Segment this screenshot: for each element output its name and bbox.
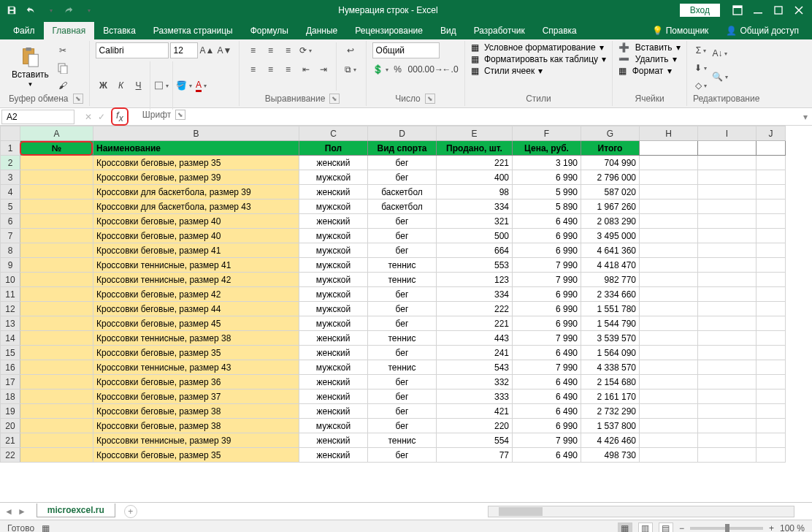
cell-total[interactable]: 2 083 290 — [581, 214, 640, 229]
cell-sold[interactable]: 443 — [437, 331, 513, 346]
fill-color-button[interactable]: 🪣 — [176, 77, 192, 94]
view-page-layout-button[interactable]: ▥ — [638, 522, 653, 533]
sheet-nav-prev[interactable]: ◄ — [4, 506, 13, 517]
cell-name[interactable]: Кроссовки беговые, размер 37 — [93, 390, 299, 404]
cell-sold[interactable]: 500 — [437, 229, 513, 243]
view-normal-button[interactable]: ▦ — [618, 522, 632, 533]
data-row[interactable]: 3 Кроссовки беговые, размер 39 мужской б… — [1, 170, 786, 185]
decrease-decimal-button[interactable]: ←.0 — [443, 61, 459, 77]
cell-sold[interactable]: 400 — [437, 170, 513, 185]
cell-gender[interactable]: мужской — [299, 273, 368, 287]
cell-price[interactable]: 6 490 — [513, 404, 581, 419]
cell-name[interactable]: Кроссовки для баскетбола, размер 39 — [93, 185, 299, 200]
cell-sport[interactable]: бег — [368, 214, 437, 229]
row-header-11[interactable]: 11 — [1, 287, 20, 302]
cell-no[interactable] — [20, 316, 93, 331]
worksheet-grid[interactable]: ABCDEFGHIJ1 № Наименование Пол Вид спорт… — [0, 126, 812, 502]
cell-sold[interactable]: 321 — [437, 214, 513, 229]
cell-sport[interactable]: теннис — [368, 331, 437, 346]
cell-no[interactable] — [20, 258, 93, 273]
cell-name[interactable]: Кроссовки беговые, размер 35 — [93, 448, 299, 463]
minimize-icon[interactable] — [752, 5, 764, 15]
cell-gender[interactable]: мужской — [299, 302, 368, 316]
cell-sold[interactable]: 421 — [437, 404, 513, 419]
login-button[interactable]: Вход — [680, 4, 720, 17]
data-row[interactable]: 16 Кроссовки теннисные, размер 43 мужско… — [1, 360, 786, 375]
cell-sold[interactable]: 221 — [437, 316, 513, 331]
cell-sport[interactable]: теннис — [368, 360, 437, 375]
cell-no[interactable] — [20, 156, 93, 170]
cell-sport[interactable]: теннис — [368, 433, 437, 448]
align-center-button[interactable]: ≡ — [263, 61, 279, 77]
cell-price[interactable]: 6 490 — [513, 346, 581, 360]
format-table-button[interactable]: ▦ Форматировать как таблицу ▾ — [471, 54, 607, 64]
row-header-7[interactable]: 7 — [1, 229, 20, 243]
row-header-12[interactable]: 12 — [1, 302, 20, 316]
row-header-21[interactable]: 21 — [1, 433, 20, 448]
cell-gender[interactable]: женский — [299, 375, 368, 390]
horizontal-scrollbar[interactable] — [488, 506, 794, 517]
ribbon-options-icon[interactable] — [732, 5, 743, 15]
tab-layout[interactable]: Разметка страницы — [145, 22, 242, 39]
view-page-break-button[interactable]: ▤ — [659, 522, 673, 533]
cell-sold[interactable]: 543 — [437, 360, 513, 375]
data-row[interactable]: 2 Кроссовки беговые, размер 35 женский б… — [1, 156, 786, 170]
cell-no[interactable] — [20, 273, 93, 287]
data-row[interactable]: 8 Кроссовки беговые, размер 41 мужской б… — [1, 243, 786, 258]
tab-view[interactable]: Вид — [432, 22, 465, 39]
cell-price[interactable]: 5 890 — [513, 200, 581, 214]
cell-sold[interactable]: 123 — [437, 273, 513, 287]
row-header-16[interactable]: 16 — [1, 360, 20, 375]
row-header-10[interactable]: 10 — [1, 273, 20, 287]
zoom-in-button[interactable]: + — [769, 523, 774, 533]
data-row[interactable]: 7 Кроссовки беговые, размер 40 мужской б… — [1, 229, 786, 243]
row-header-3[interactable]: 3 — [1, 170, 20, 185]
align-dialog-launcher[interactable]: ⬊ — [329, 94, 340, 104]
cell-no[interactable] — [20, 214, 93, 229]
orientation-button[interactable]: ⟳ — [298, 42, 314, 58]
cell-price[interactable]: 6 490 — [513, 390, 581, 404]
col-header-H[interactable]: H — [640, 126, 698, 141]
select-all-corner[interactable] — [1, 126, 20, 141]
col-header-J[interactable]: J — [757, 126, 786, 141]
cell-gender[interactable]: женский — [299, 433, 368, 448]
cell-total[interactable]: 3 495 000 — [581, 229, 640, 243]
cell-gender[interactable]: женский — [299, 331, 368, 346]
font-size-combo[interactable]: 12 — [170, 42, 198, 58]
percent-button[interactable]: % — [390, 61, 406, 77]
cell-price[interactable]: 6 990 — [513, 316, 581, 331]
cell-total[interactable]: 1 544 790 — [581, 316, 640, 331]
cell-name[interactable]: Кроссовки беговые, размер 39 — [93, 170, 299, 185]
col-header-B[interactable]: B — [93, 126, 299, 141]
cell-no[interactable] — [20, 360, 93, 375]
cell-no[interactable] — [20, 375, 93, 390]
cell-total[interactable]: 4 338 570 — [581, 360, 640, 375]
sheet-tab-active[interactable]: microexcel.ru — [37, 503, 115, 517]
row-header-4[interactable]: 4 — [1, 185, 20, 200]
cell-total[interactable]: 704 990 — [581, 156, 640, 170]
maximize-icon[interactable] — [773, 5, 784, 15]
conditional-format-button[interactable]: ▦ Условное форматирование ▾ — [471, 42, 604, 53]
data-row[interactable]: 17 Кроссовки беговые, размер 36 женский … — [1, 375, 786, 390]
cell-gender[interactable]: женский — [299, 346, 368, 360]
cell-no[interactable] — [20, 185, 93, 200]
bold-button[interactable]: Ж — [96, 77, 112, 94]
cell-name[interactable]: Кроссовки беговые, размер 38 — [93, 419, 299, 433]
col-header-C[interactable]: C — [299, 126, 368, 141]
data-row[interactable]: 14 Кроссовки теннисные, размер 38 женски… — [1, 331, 786, 346]
qat-customize[interactable] — [79, 1, 96, 19]
data-row[interactable]: 9 Кроссовки теннисные, размер 41 мужской… — [1, 258, 786, 273]
save-icon[interactable] — [3, 1, 20, 19]
clipboard-dialog-launcher[interactable]: ⬊ — [73, 94, 83, 104]
delete-cells-button[interactable]: ➖ Удалить ▾ — [618, 54, 677, 64]
cell-sold[interactable]: 554 — [437, 433, 513, 448]
row-header-17[interactable]: 17 — [1, 375, 20, 390]
data-row[interactable]: 13 Кроссовки беговые, размер 45 мужской … — [1, 316, 786, 331]
italic-button[interactable]: К — [113, 77, 129, 94]
row-header-2[interactable]: 2 — [1, 156, 20, 170]
decrease-indent-button[interactable]: ⇤ — [298, 61, 314, 77]
cell-price[interactable]: 6 990 — [513, 170, 581, 185]
cell-name[interactable]: Кроссовки теннисные, размер 43 — [93, 360, 299, 375]
paste-button[interactable]: Вставить ▼ — [9, 42, 52, 91]
cell-gender[interactable]: мужской — [299, 360, 368, 375]
